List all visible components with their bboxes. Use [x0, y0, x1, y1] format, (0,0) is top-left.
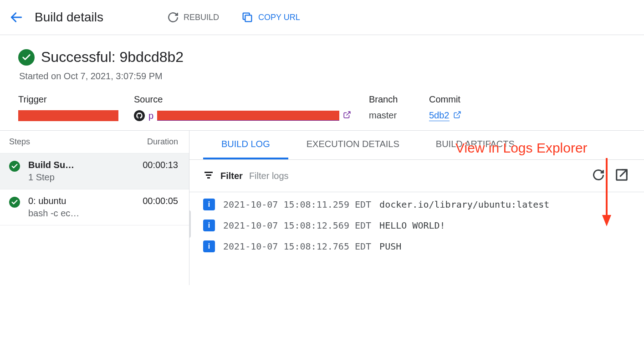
svg-line-2 [347, 112, 350, 115]
log-message: docker.io/library/ubuntu:latest [379, 199, 549, 210]
commit-link[interactable]: 5db2 [429, 110, 450, 121]
header-bar: Build details REBUILD COPY URL [0, 0, 644, 35]
trigger-label: Trigger [18, 94, 134, 105]
branch-value: master [369, 110, 429, 121]
steps-panel: Steps Duration Build Su… 1 Step 00:00:13… [0, 131, 189, 285]
tab-build-log[interactable]: BUILD LOG [203, 131, 288, 159]
steps-header-label: Steps [9, 137, 30, 147]
svg-line-10 [620, 170, 626, 177]
rebuild-button[interactable]: REBUILD [162, 8, 225, 27]
svg-line-3 [456, 112, 460, 115]
tab-execution-details[interactable]: EXECUTION DETAILS [288, 131, 418, 159]
copy-url-button[interactable]: COPY URL [235, 7, 306, 27]
success-check-icon [9, 161, 20, 172]
log-line: i 2021-10-07 15:08:12.569 EDT HELLO WORL… [203, 220, 630, 231]
info-badge-icon: i [203, 199, 215, 210]
svg-rect-8 [207, 177, 210, 179]
external-link-icon[interactable] [453, 111, 461, 121]
log-line: i 2021-10-07 15:08:12.765 EDT PUSH [203, 240, 630, 252]
build-summary-row[interactable]: Build Su… 1 Step 00:00:13 [0, 153, 189, 189]
info-badge-icon: i [203, 220, 215, 231]
started-on-text: Started on Oct 7, 2021, 3:07:59 PM [19, 71, 626, 82]
step-row[interactable]: 0: ubuntu bash -c ec… 00:00:05 [0, 189, 189, 225]
status-section: Successful: 9bdcd8b2 Started on Oct 7, 2… [0, 35, 644, 130]
info-badge-icon: i [203, 240, 215, 252]
step-sub: bash -c ec… [28, 208, 134, 219]
github-icon [134, 110, 145, 121]
scrollbar[interactable] [189, 210, 191, 238]
source-value-redacted[interactable] [157, 111, 339, 121]
log-timestamp: 2021-10-07 15:08:12.765 EDT [223, 241, 371, 252]
svg-rect-6 [204, 172, 213, 173]
status-title: Successful: 9bdcd8b2 [41, 49, 184, 66]
log-line: i 2021-10-07 15:08:11.259 EDT docker.io/… [203, 199, 630, 210]
success-check-icon [18, 49, 35, 66]
build-summary-duration: 00:00:13 [143, 160, 178, 170]
success-check-icon [9, 197, 20, 208]
duration-header-label: Duration [147, 137, 178, 147]
source-label: Source [134, 94, 369, 105]
filter-label: Filter [220, 171, 243, 181]
log-message: PUSH [379, 241, 401, 252]
step-title: 0: ubuntu [28, 196, 134, 206]
step-duration: 00:00:05 [143, 196, 178, 206]
log-timestamp: 2021-10-07 15:08:12.569 EDT [223, 220, 371, 231]
log-timestamp: 2021-10-07 15:08:11.259 EDT [223, 199, 371, 210]
svg-rect-7 [206, 174, 211, 176]
back-arrow-icon[interactable] [9, 10, 24, 25]
source-link-prefix[interactable]: p [148, 111, 153, 121]
filter-icon[interactable] [203, 169, 214, 182]
build-summary-sub: 1 Step [28, 172, 134, 183]
copy-url-label: COPY URL [258, 13, 300, 22]
log-message: HELLO WORLD! [379, 220, 445, 231]
external-link-icon[interactable] [343, 111, 351, 121]
filter-input[interactable] [249, 171, 584, 181]
svg-rect-1 [245, 15, 251, 21]
commit-label: Commit [429, 94, 511, 105]
build-summary-title: Build Su… [28, 160, 134, 170]
rebuild-label: REBUILD [184, 13, 219, 22]
annotation-label: View in Logs Explorer [455, 140, 588, 156]
branch-label: Branch [369, 94, 429, 105]
page-title: Build details [35, 10, 103, 25]
trigger-value-redacted [18, 110, 118, 121]
